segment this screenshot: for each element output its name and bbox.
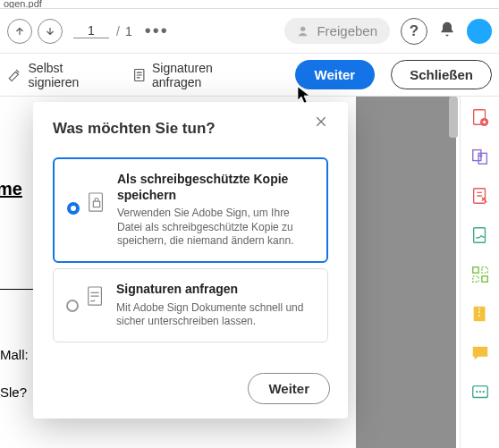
request-signatures-button[interactable]: Signaturen anfragen <box>131 61 263 89</box>
page-gutter <box>356 97 456 448</box>
doc-text-fragment: Sle? <box>0 385 27 400</box>
doc-text-fragment: Mall: <box>0 347 29 362</box>
radio-unselected-icon <box>66 300 79 312</box>
tool-compress-icon[interactable] <box>470 304 490 324</box>
page-total: 1 <box>125 24 132 38</box>
self-sign-label: Selbst signieren <box>29 61 115 89</box>
option1-title: Als schreibgeschützte Kopie speichern <box>117 172 316 203</box>
svg-rect-10 <box>472 276 478 282</box>
page-number-input[interactable] <box>73 23 109 38</box>
close-button[interactable]: Schließen <box>391 60 492 89</box>
doc-text-fragment: me <box>0 179 22 199</box>
modal-close-button[interactable] <box>314 114 334 134</box>
svg-rect-9 <box>481 267 486 273</box>
radio-selected-icon <box>67 202 80 215</box>
modal-title: Was möchten Sie tun? <box>53 120 216 138</box>
svg-point-16 <box>482 391 484 393</box>
tool-more-icon[interactable] <box>470 383 490 402</box>
tab-title-fragment: ogen.pdf <box>0 0 499 9</box>
svg-rect-11 <box>481 276 486 282</box>
lock-document-icon <box>87 191 106 215</box>
notifications-icon[interactable] <box>438 21 456 42</box>
document-sign-icon <box>131 67 148 83</box>
modal-continue-button[interactable]: Weiter <box>248 373 330 404</box>
svg-point-15 <box>478 391 480 393</box>
close-icon <box>314 114 328 129</box>
more-options-icon[interactable]: ••• <box>145 21 169 41</box>
request-signatures-label: Signaturen anfragen <box>152 61 263 89</box>
page-separator: / <box>116 24 120 38</box>
tool-organize-icon[interactable] <box>470 265 490 284</box>
tool-comment-icon[interactable] <box>470 343 490 363</box>
share-button[interactable]: Freigeben <box>284 18 390 44</box>
tool-sign-icon[interactable] <box>470 225 490 245</box>
person-plus-icon <box>297 24 311 38</box>
scrollbar-thumb[interactable] <box>449 97 458 138</box>
svg-rect-18 <box>93 202 99 207</box>
option-save-readonly[interactable]: Als schreibgeschützte Kopie speichern Ve… <box>53 157 328 263</box>
svg-point-14 <box>476 391 478 393</box>
svg-rect-5 <box>478 153 486 164</box>
option1-description: Verwenden Sie Adobe Sign, um Ihre Datei … <box>117 207 316 249</box>
option2-description: Mit Adobe Sign Dokumente schnell und sic… <box>116 301 317 329</box>
main-toolbar: / 1 ••• Freigeben ? <box>0 9 499 54</box>
tool-create-pdf-icon[interactable] <box>470 107 490 127</box>
action-bar: Selbst signieren Signaturen anfragen Wei… <box>0 54 499 97</box>
pen-icon <box>7 67 23 83</box>
download-icon[interactable] <box>38 19 63 44</box>
option-request-signatures[interactable]: Signaturen anfragen Mit Adobe Sign Dokum… <box>53 268 328 342</box>
sign-document-icon <box>86 285 106 309</box>
tool-edit-pdf-icon[interactable] <box>470 186 490 206</box>
self-sign-button[interactable]: Selbst signieren <box>7 61 115 89</box>
tool-export-pdf-icon[interactable] <box>470 147 490 166</box>
upload-icon[interactable] <box>7 19 32 44</box>
next-button[interactable]: Weiter <box>295 60 376 89</box>
action-modal: Was möchten Sie tun? Als schreibgeschütz… <box>33 102 348 418</box>
option2-title: Signaturen anfragen <box>116 282 317 298</box>
avatar[interactable] <box>467 19 492 44</box>
help-button[interactable]: ? <box>401 18 427 45</box>
svg-rect-7 <box>473 228 485 243</box>
tools-sidepanel <box>460 97 499 448</box>
share-label: Freigeben <box>317 23 377 38</box>
svg-rect-8 <box>472 267 478 273</box>
svg-point-0 <box>300 26 305 30</box>
